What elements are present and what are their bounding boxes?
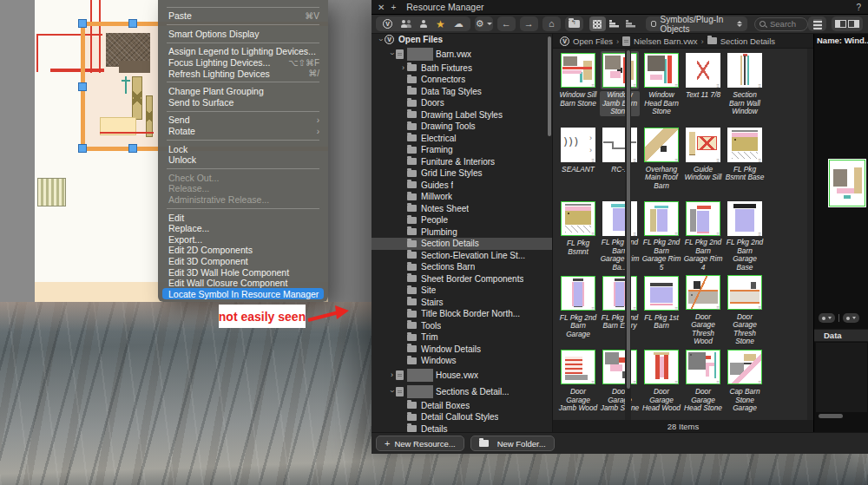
menu-item-change-plant-grouping[interactable]: Change Plant Grouping: [158, 86, 328, 97]
menu-item-edit[interactable]: Edit: [158, 212, 328, 223]
resource-item-overhang-main-roof-barn[interactable]: Overhang Main Roof Barn: [641, 124, 682, 199]
resource-item-section-barn-wall-window[interactable]: Section Barn Wall Window: [724, 49, 766, 124]
tree-item-drawing-label-styles[interactable]: Drawing Label Styles: [372, 109, 552, 121]
tree-item-notes-sheet[interactable]: Notes Sheet: [372, 203, 552, 215]
resource-item-fl-pkg-1st-barn[interactable]: FL Pkg 1st Barn: [641, 272, 682, 347]
menu-item-edit-wall-closure-component[interactable]: Edit Wall Closure Component: [158, 278, 328, 289]
tree-scrollbar[interactable]: [548, 36, 551, 136]
menu-item-edit-3d-component[interactable]: Edit 3D Component: [158, 256, 328, 267]
add-tab-icon[interactable]: +: [391, 3, 396, 12]
grid-view-button[interactable]: [589, 16, 606, 31]
resource-item-window-jamb-barn-stone[interactable]: Window Jamb Barn Stone: [599, 49, 641, 124]
breadcrumb-item-section-details[interactable]: Section Details: [707, 36, 775, 46]
user-libraries-icon[interactable]: [420, 20, 427, 28]
resource-item-door-garage-thresh-wood[interactable]: Door Garage Thresh Wood: [682, 272, 724, 347]
tree-item-electrical[interactable]: Electrical: [372, 133, 552, 145]
disclosure-open-icon[interactable]: ›: [377, 36, 385, 43]
resource-item-fl-pkg-2nd-barn-garage-rim-5[interactable]: FL Pkg 2nd Barn Garage Rim 5: [641, 198, 682, 272]
tree-item-funiture-interiors[interactable]: Funiture & Interiors: [372, 156, 552, 168]
tree-item-section-elevation-line-st[interactable]: Section-Elevation Line St...: [372, 250, 552, 262]
selection-handle[interactable]: [78, 144, 87, 153]
forward-button[interactable]: →: [520, 16, 538, 31]
resource-item-fl-pkg-2nd-barn-garage-rim-ba[interactable]: FL Pkg 2nd Barn Garage Rim Ba...: [599, 198, 641, 272]
tree-item-plumbing[interactable]: Plumbing: [372, 226, 552, 239]
close-icon[interactable]: ✕: [378, 3, 385, 12]
tree-item-people[interactable]: People: [372, 214, 552, 226]
menu-item-refresh-lighting-devices[interactable]: Refresh Lighting Devices⌘/: [158, 68, 328, 79]
disclosure-open-icon[interactable]: ›: [388, 50, 397, 58]
tree-item-title-block-border-north[interactable]: Title Block Border North...: [372, 308, 552, 320]
tree-item-detail-callout-styles[interactable]: Detail Callout Styles: [372, 411, 552, 423]
selection-handle[interactable]: [128, 19, 137, 28]
menu-item-rotate[interactable]: Rotate›: [158, 126, 328, 137]
tree-item-detail-boxes[interactable]: Detail Boxes: [372, 400, 552, 412]
vectorworks-libraries-icon[interactable]: V: [383, 19, 392, 29]
tree-item-sections-barn[interactable]: Sections Barn: [372, 261, 552, 273]
menu-item-edit-2d-components[interactable]: Edit 2D Components: [158, 245, 328, 256]
grid-scrollbar[interactable]: [627, 50, 631, 389]
tree-item-doors[interactable]: Doors: [372, 97, 552, 109]
disclosure-closed-icon[interactable]: ›: [399, 63, 407, 72]
preview-pane-left-icon[interactable]: [835, 20, 846, 28]
resource-item-door-garage-head-stone[interactable]: Door Garage Head Stone: [682, 346, 724, 420]
menu-item-replace[interactable]: Replace...: [158, 223, 328, 234]
selection-handle[interactable]: [78, 82, 87, 91]
resource-item-sealant[interactable]: SEALANT: [557, 124, 599, 199]
resource-item-door-garage-jamb-stone[interactable]: Door Garage Jamb Stone: [599, 346, 641, 420]
tree-item-data-tag-styles[interactable]: Data Tag Styles: [372, 86, 552, 98]
menu-item-smart-options-display[interactable]: Smart Options Display: [158, 29, 328, 40]
resource-item-fl-pkg-2nd-barn-garage[interactable]: FL Pkg 2nd Barn Garage: [557, 272, 599, 347]
help-icon[interactable]: ?: [856, 3, 861, 12]
menu-item-unlock[interactable]: Unlock: [158, 154, 328, 166]
up-folder-button[interactable]: [565, 16, 583, 31]
resource-item-fl-pkg-2nd-barn-entry[interactable]: FL Pkg 2nd Barn Entry: [599, 272, 641, 347]
menu-item-lock[interactable]: Lock: [158, 143, 328, 154]
resource-type-dropdown[interactable]: Symbols/Plug-In Objects: [646, 16, 747, 31]
tree-item-connectors[interactable]: Connectors: [372, 74, 552, 86]
resource-item-door-garage-head-wood[interactable]: Door Garage Head Wood: [641, 346, 682, 420]
tree-item-details[interactable]: Details: [372, 423, 552, 433]
home-button[interactable]: ⌂: [542, 16, 561, 31]
selection-handle[interactable]: [128, 144, 137, 153]
menu-item-assign-legend-to-lighting-devices[interactable]: Assign Legend to Lighting Devices...: [158, 46, 328, 57]
tree-item-guides-f[interactable]: Guides f: [372, 180, 552, 192]
detail-view-button[interactable]: [622, 16, 639, 31]
menu-item-locate-symbol-in-resource-manager[interactable]: Locate Symbol In Resource Manager: [162, 288, 324, 299]
search-input[interactable]: [768, 18, 803, 29]
resource-item-window-sill-barn-stone[interactable]: Window Sill Barn Stone: [557, 49, 599, 124]
tree-item-drawing-tools[interactable]: Drawing Tools: [372, 121, 552, 133]
favorites-icon[interactable]: ★: [436, 19, 445, 29]
resource-item-door-garage-thresh-stone[interactable]: Door Garage Thresh Stone: [724, 272, 766, 347]
menu-item-send[interactable]: Send›: [158, 115, 328, 126]
disclosure-closed-icon[interactable]: ›: [388, 370, 396, 379]
tree-item-sheet-border-components[interactable]: Sheet Border Components: [372, 273, 552, 285]
resource-item-guide-window-sill[interactable]: Guide Window Sill: [682, 124, 724, 199]
disclosure-open-icon[interactable]: ›: [388, 388, 397, 396]
cloud-libraries-icon[interactable]: ☁: [454, 19, 464, 29]
selection-handle[interactable]: [78, 19, 87, 28]
tree-item-open-files[interactable]: ›VOpen Files: [372, 34, 552, 46]
back-button[interactable]: ←: [497, 16, 516, 31]
resource-item-fl-pkg-bsmnt[interactable]: FL Pkg Bsmnt: [557, 198, 599, 272]
menu-item-focus-lighting-devices[interactable]: Focus Lighting Devices...⌥⇧⌘F: [158, 57, 328, 69]
workgroup-libraries-icon[interactable]: [401, 20, 411, 28]
menu-item-edit-3d-wall-hole-component[interactable]: Edit 3D Wall Hole Component: [158, 266, 328, 278]
tree-item-grid-line-styles[interactable]: Grid Line Styles: [372, 167, 552, 180]
breadcrumb-item-nielsen-barn-vwx[interactable]: Nielsen Barn.vwx: [622, 36, 697, 46]
preview-option-dropdown[interactable]: [843, 313, 859, 323]
thumbnail-size-button[interactable]: [808, 16, 826, 31]
breadcrumb-item-open-files[interactable]: VOpen Files: [560, 36, 613, 46]
new-resource-button[interactable]: +New Resource...: [376, 436, 464, 451]
tree-item-bath-fixtures[interactable]: ›Bath Fixtures: [372, 62, 552, 75]
tree-item-section-details[interactable]: Section Details: [372, 238, 552, 250]
resource-item-rc-1[interactable]: RC-1: [599, 124, 641, 199]
tree-item-stairs[interactable]: Stairs: [372, 297, 552, 309]
menu-item-export[interactable]: Export...: [158, 234, 328, 246]
tree-item-windows[interactable]: Windows: [372, 355, 552, 367]
new-folder-button[interactable]: New Folder...: [470, 436, 555, 451]
menu-item-paste[interactable]: Paste⌘V: [158, 10, 328, 22]
tree-item-window-details[interactable]: Window Details: [372, 344, 552, 356]
tree-item-millwork[interactable]: Millwork: [372, 191, 552, 203]
preview-option-dropdown[interactable]: [819, 313, 835, 323]
resource-item-fl-pkg-bsmnt-base[interactable]: FL Pkg Bsmnt Base: [724, 124, 766, 199]
